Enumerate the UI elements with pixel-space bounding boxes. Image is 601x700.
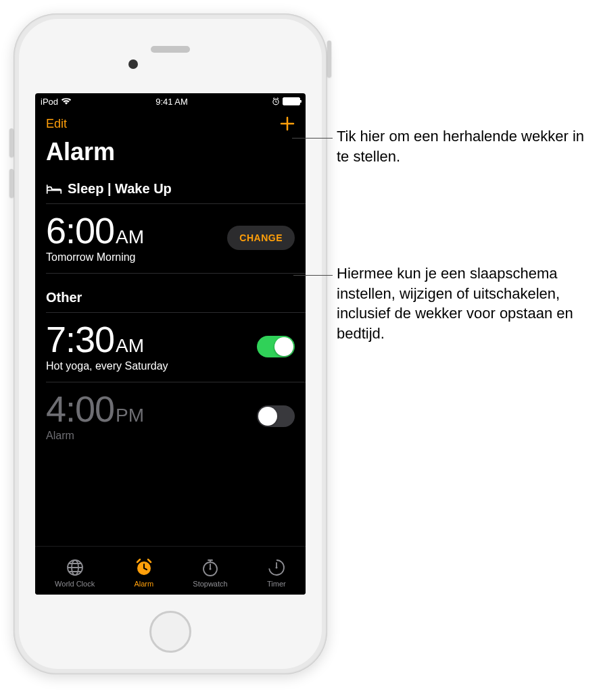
callout-line [293,275,333,276]
alarm-ampm: PM [116,405,144,426]
tab-stopwatch[interactable]: Stopwatch [193,558,227,588]
alarm-toggle[interactable] [257,336,295,357]
callout-line [292,138,333,139]
alarm-toggle[interactable] [257,405,295,427]
globe-icon [66,558,85,577]
tab-label: Alarm [134,580,153,588]
callout-add: Tik hier om een herhalende wekker in te … [337,126,594,166]
alarm-time: 7:30 [46,321,114,357]
sleep-alarm-row: 6:00 AM Tomorrow Morning CHANGE [35,204,306,273]
tab-world-clock[interactable]: World Clock [55,558,95,588]
other-section-header: Other [35,274,306,312]
sleep-section-header: Sleep | Wake Up [35,174,306,203]
ipod-device-frame: iPod 9:41 AM Edit [14,14,327,674]
wifi-icon [61,97,72,105]
device-bezel: iPod 9:41 AM Edit [19,19,322,669]
tab-bar: World Clock Alarm Stop [35,546,306,595]
tab-alarm[interactable]: Alarm [134,558,153,588]
sleep-header-label: Sleep | Wake Up [68,181,172,197]
status-time: 9:41 AM [155,97,188,107]
alarm-sub: Hot yoga, every Saturday [46,360,168,372]
volume-down-button[interactable] [9,169,14,197]
change-button[interactable]: CHANGE [227,226,295,250]
svg-point-7 [275,566,277,568]
alarm-list[interactable]: Sleep | Wake Up 6:00 AM Tomorrow Morning… [35,174,306,546]
sleep-alarm-time: 6:00 [46,212,114,249]
home-button[interactable] [149,611,191,653]
nav-bar: Edit [35,109,306,135]
tab-label: Timer [267,580,286,588]
power-button[interactable] [327,41,331,77]
status-bar: iPod 9:41 AM [35,93,306,109]
callout-change: Hiermee kun je een slaapschema instellen… [337,264,587,344]
timer-icon [267,558,286,577]
bed-icon [46,184,62,195]
tab-label: Stopwatch [193,580,227,588]
alarm-row: 7:30 AM Hot yoga, every Saturday [35,313,306,382]
carrier-label: iPod [41,97,58,107]
volume-up-button[interactable] [9,128,14,157]
alarm-time: 4:00 [46,391,114,427]
page-title: Alarm [35,135,306,174]
add-alarm-button[interactable] [280,116,295,131]
tab-label: World Clock [55,580,95,588]
sleep-alarm-sub: Tomorrow Morning [46,251,144,264]
sleep-alarm-ampm: AM [116,226,144,248]
alarm-ampm: AM [116,335,144,357]
alarm-status-icon [272,97,280,105]
alarm-icon [135,558,153,577]
tab-timer[interactable]: Timer [267,558,286,588]
battery-icon [283,97,300,105]
other-header-label: Other [46,290,82,305]
screen: iPod 9:41 AM Edit [35,93,306,595]
stopwatch-icon [201,558,220,577]
alarm-sub: Alarm [46,430,144,442]
svg-point-5 [209,568,211,570]
edit-button[interactable]: Edit [46,117,67,131]
alarm-row: 4:00 PM Alarm [35,382,306,451]
speaker-grille [151,46,190,53]
front-camera [128,59,138,69]
